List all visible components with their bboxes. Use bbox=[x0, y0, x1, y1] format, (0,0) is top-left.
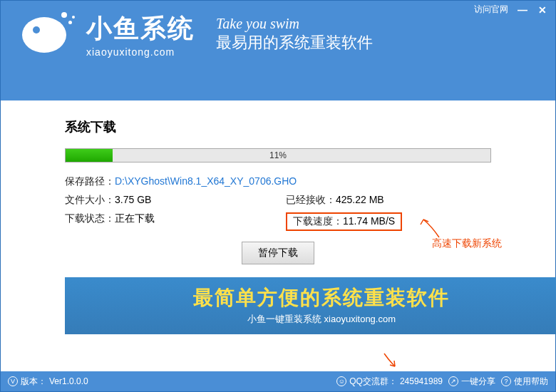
logo-area: 小鱼系统 xiaoyuxitong.com Take you swim 最易用的… bbox=[1, 11, 555, 58]
progress-fill bbox=[66, 149, 113, 162]
banner-main: 最简单方便的系统重装软件 bbox=[65, 284, 556, 311]
path-label: 保存路径： bbox=[65, 175, 115, 188]
help-item[interactable]: ? 使用帮助 bbox=[501, 376, 548, 388]
size-received-row: 文件大小： 3.75 GB 已经接收： 425.22 MB bbox=[65, 194, 491, 207]
chat-icon: ☺ bbox=[336, 376, 346, 386]
status-label: 下载状态： bbox=[65, 212, 115, 231]
slogan: Take you swim 最易用的系统重装软件 bbox=[216, 16, 373, 53]
content: 系统下载 11% 保存路径： D:\XYGhost\Win8.1_X64_XY_… bbox=[1, 100, 555, 371]
annotation-arrow-footer bbox=[381, 352, 402, 373]
speed-label: 下载速度： bbox=[293, 215, 343, 228]
path-value: D:\XYGhost\Win8.1_X64_XY_0706.GHO bbox=[115, 175, 297, 188]
logo-subtitle: xiaoyuxitong.com bbox=[86, 46, 195, 58]
minimize-icon[interactable]: — bbox=[517, 4, 528, 16]
version-item: V 版本： Ver1.0.0.0 bbox=[8, 376, 88, 388]
arrow-icon bbox=[381, 352, 402, 370]
size-value: 3.75 GB bbox=[115, 194, 151, 207]
footer: V 版本： Ver1.0.0.0 ☺ QQ交流群： 245941989 ↗ 一键… bbox=[1, 371, 555, 391]
main-window: 访问官网 — ✕ 小鱼系统 xiaoyuxitong.com Take yo bbox=[0, 0, 556, 392]
logo: 小鱼系统 xiaoyuxitong.com bbox=[22, 11, 195, 58]
qq-value: 245941989 bbox=[400, 376, 443, 386]
pause-button[interactable]: 暂停下载 bbox=[242, 242, 314, 264]
share-icon: ↗ bbox=[448, 376, 458, 386]
help-label: 使用帮助 bbox=[514, 376, 548, 388]
version-value: Ver1.0.0.0 bbox=[49, 376, 88, 386]
share-label: 一键分享 bbox=[461, 376, 495, 388]
fish-icon bbox=[22, 14, 79, 56]
share-item[interactable]: ↗ 一键分享 bbox=[448, 376, 495, 388]
received-value: 425.22 MB bbox=[336, 194, 384, 207]
speed-highlight-box: 下载速度： 11.74 MB/S bbox=[286, 212, 402, 231]
status-value: 正在下载 bbox=[115, 212, 155, 231]
close-icon[interactable]: ✕ bbox=[537, 4, 548, 16]
progress-container: 11% bbox=[65, 148, 491, 163]
annotation-speed: 高速下载新系统 bbox=[432, 237, 502, 250]
speed-value: 11.74 MB/S bbox=[343, 215, 395, 228]
progress-bar: 11% bbox=[65, 148, 491, 163]
logo-title: 小鱼系统 bbox=[86, 11, 195, 46]
banner-sub: 小鱼一键重装系统 xiaoyuxitong.com bbox=[65, 313, 556, 326]
visit-site-link[interactable]: 访问官网 bbox=[474, 4, 508, 16]
size-label: 文件大小： bbox=[65, 194, 115, 207]
help-icon: ? bbox=[501, 376, 511, 386]
qq-group-item[interactable]: ☺ QQ交流群： 245941989 bbox=[336, 376, 443, 388]
progress-text: 11% bbox=[269, 150, 287, 160]
received-label: 已经接收： bbox=[286, 194, 336, 207]
header: 访问官网 — ✕ 小鱼系统 xiaoyuxitong.com Take yo bbox=[1, 1, 555, 100]
version-icon: V bbox=[8, 376, 18, 386]
slogan-en: Take you swim bbox=[216, 16, 373, 32]
qq-label: QQ交流群： bbox=[349, 376, 397, 388]
banner[interactable]: 最简单方便的系统重装软件 小鱼一键重装系统 xiaoyuxitong.com bbox=[65, 277, 556, 334]
version-label: 版本： bbox=[21, 376, 46, 388]
slogan-cn: 最易用的系统重装软件 bbox=[216, 32, 373, 53]
arrow-icon bbox=[418, 216, 446, 241]
section-title: 系统下载 bbox=[65, 118, 491, 135]
path-row: 保存路径： D:\XYGhost\Win8.1_X64_XY_0706.GHO bbox=[65, 175, 491, 188]
